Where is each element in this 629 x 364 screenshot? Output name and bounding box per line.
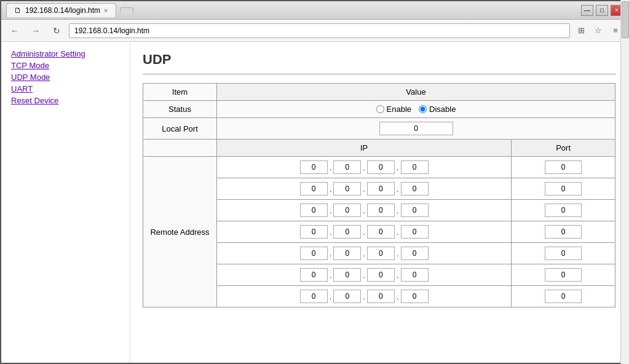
tab-icon: 🗋 (14, 6, 22, 15)
ip-octet-5-3[interactable] (367, 268, 395, 282)
ip-octet-5-2[interactable] (333, 268, 361, 282)
enable-radio-label[interactable]: Enable (376, 105, 411, 114)
port-input-3[interactable] (545, 225, 582, 239)
ip-col-header: IP (217, 140, 512, 157)
status-label: Status (143, 101, 217, 118)
maximize-button[interactable]: □ (596, 5, 608, 16)
ip-cell-1: . . . (217, 178, 512, 200)
remote-address-empty (143, 140, 217, 157)
address-bar[interactable] (69, 23, 570, 38)
sidebar-item-tcp[interactable]: TCP Mode (11, 61, 120, 70)
port-cell-6 (512, 286, 615, 307)
ip-octet-0-2[interactable] (333, 160, 361, 174)
port-input-2[interactable] (545, 204, 582, 217)
ip-octet-5-1[interactable] (300, 268, 328, 282)
ip-octet-3-4[interactable] (401, 225, 429, 239)
local-port-row: Local Port (143, 118, 615, 140)
ip-row-0: Remote Address . . . (143, 157, 615, 178)
port-cell-1 (512, 178, 615, 200)
ip-octet-2-1[interactable] (300, 204, 328, 217)
sidebar-item-admin[interactable]: Administrator Setting (11, 49, 120, 58)
ip-sep: . (330, 163, 332, 172)
sidebar-item-udp[interactable]: UDP Mode (11, 73, 120, 82)
remote-address-label: Remote Address (143, 157, 217, 307)
nav-icons: ⊞ ☆ ≡ (574, 23, 623, 38)
title-bar-left: 🗋 192.168.0.14/login.htm × (6, 3, 133, 17)
tab-close-button[interactable]: × (104, 7, 108, 14)
ip-group-5: . . . (223, 268, 505, 282)
disable-radio-label[interactable]: Disable (419, 105, 456, 114)
sidebar-item-uart[interactable]: UART (11, 84, 120, 93)
ip-cell-3: . . . (217, 221, 512, 243)
ip-octet-3-1[interactable] (300, 225, 328, 239)
ip-octet-6-2[interactable] (333, 290, 361, 303)
ip-octet-0-1[interactable] (300, 160, 328, 174)
window-controls: — □ × (581, 5, 623, 16)
tab-title: 192.168.0.14/login.htm (25, 6, 100, 15)
navigation-bar: ← → ↻ ⊞ ☆ ≡ (1, 20, 628, 42)
ip-octet-2-2[interactable] (333, 204, 361, 217)
ip-group-6: . . . (223, 290, 505, 303)
port-cell-4 (512, 243, 615, 264)
ip-octet-0-3[interactable] (367, 160, 395, 174)
sidebar-item-reset[interactable]: Reset Device (11, 96, 120, 105)
ip-octet-5-4[interactable] (401, 268, 429, 282)
ip-cell-6: . . . (217, 286, 512, 307)
status-radio-group: Enable Disable (223, 105, 609, 114)
ip-octet-1-4[interactable] (401, 182, 429, 196)
ip-octet-4-3[interactable] (367, 247, 395, 260)
forward-button[interactable]: → (27, 23, 44, 39)
port-input-0[interactable] (545, 160, 582, 174)
browser-window: 🗋 192.168.0.14/login.htm × — □ × ← → ↻ ⊞… (0, 0, 629, 364)
port-input-4[interactable] (545, 247, 582, 260)
port-cell-2 (512, 200, 615, 221)
local-port-label: Local Port (143, 118, 217, 140)
enable-radio[interactable] (376, 105, 384, 113)
ip-group-3: . . . (223, 225, 505, 239)
port-input-5[interactable] (545, 268, 582, 282)
ip-cell-5: . . . (217, 264, 512, 286)
ip-octet-4-1[interactable] (300, 247, 328, 260)
udp-table: Item Value Status Enable (143, 83, 615, 307)
refresh-button[interactable]: ↻ (48, 23, 65, 39)
port-cell-3 (512, 221, 615, 243)
port-input-6[interactable] (545, 290, 582, 303)
col-header-item: Item (143, 84, 217, 101)
minimize-button[interactable]: — (581, 5, 593, 16)
ip-cell-4: . . . (217, 243, 512, 264)
port-cell-0 (512, 157, 615, 178)
ip-octet-6-1[interactable] (300, 290, 328, 303)
ip-octet-1-1[interactable] (300, 182, 328, 196)
col-header-value: Value (217, 84, 615, 101)
ip-octet-1-3[interactable] (367, 182, 395, 196)
ip-octet-6-4[interactable] (401, 290, 429, 303)
ip-octet-4-4[interactable] (401, 247, 429, 260)
ip-sep: . (397, 163, 399, 172)
bookmark-pages-icon[interactable]: ⊞ (574, 23, 588, 38)
port-cell-5 (512, 264, 615, 286)
page-title: UDP (143, 52, 615, 68)
status-row: Status Enable Disable (143, 101, 615, 118)
ip-octet-3-3[interactable] (367, 225, 395, 239)
ip-octet-2-3[interactable] (367, 204, 395, 217)
ip-octet-4-2[interactable] (333, 247, 361, 260)
ip-octet-2-4[interactable] (401, 204, 429, 217)
sidebar: Administrator Setting TCP Mode UDP Mode … (1, 42, 130, 363)
browser-content: Administrator Setting TCP Mode UDP Mode … (1, 42, 628, 363)
ip-group-4: . . . (223, 247, 505, 260)
star-icon[interactable]: ☆ (591, 23, 606, 38)
ip-port-header-row: IP Port (143, 140, 615, 157)
disable-radio[interactable] (419, 105, 427, 113)
port-input-1[interactable] (545, 182, 582, 196)
ip-group-1: . . . (223, 182, 505, 196)
new-tab-button[interactable] (120, 7, 133, 13)
scrollbar[interactable] (620, 42, 628, 363)
browser-tab[interactable]: 🗋 192.168.0.14/login.htm × (6, 3, 116, 17)
ip-octet-3-2[interactable] (333, 225, 361, 239)
local-port-input[interactable] (379, 122, 453, 135)
back-button[interactable]: ← (6, 23, 23, 39)
title-bar: 🗋 192.168.0.14/login.htm × — □ × (1, 1, 628, 20)
ip-octet-0-4[interactable] (401, 160, 429, 174)
ip-octet-1-2[interactable] (333, 182, 361, 196)
ip-octet-6-3[interactable] (367, 290, 395, 303)
